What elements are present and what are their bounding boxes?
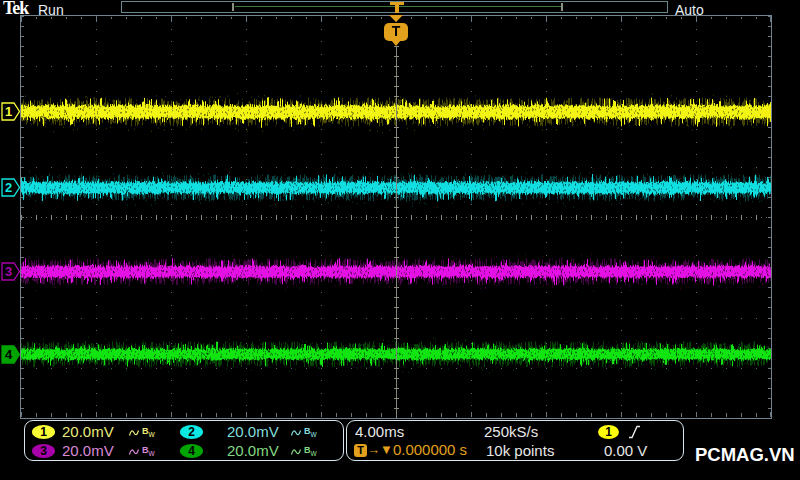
channel-2-badge: 2	[180, 425, 203, 439]
trigger-level-readout: 0.00 V	[604, 443, 647, 459]
channel-3-marker: 3	[1, 262, 21, 281]
channel-1-badge: 1	[32, 425, 55, 439]
trigger-triangle-glyph: ▼	[380, 442, 393, 458]
channel-3-bandwidth-icon: Bw	[128, 443, 155, 459]
channel-3-scale: 20.0mV	[62, 443, 114, 459]
channel-2-bandwidth-icon: Bw	[290, 424, 317, 440]
trigger-position-line	[396, 46, 397, 418]
trigger-level-arrow-icon	[757, 105, 771, 119]
channel-4-scale: 20.0mV	[227, 443, 279, 459]
record-length: 10k points	[486, 443, 554, 459]
channel-4-bandwidth-icon: Bw	[290, 443, 317, 459]
watermark: PCMAG.VN	[695, 444, 795, 466]
trigger-arrow-down-icon	[389, 15, 403, 22]
channel-4-marker: 4	[1, 345, 21, 364]
trigger-slope-rising-icon	[628, 425, 641, 439]
trigger-source-badge: 1	[598, 425, 619, 439]
horizontal-readout-box: 4.00ms 250kS/s 1 T→▼0.000000 s 10k point…	[346, 420, 684, 461]
svg-text:1: 1	[5, 104, 12, 119]
timebase-scale: 4.00ms	[355, 424, 404, 440]
record-trigger-t-icon-stem	[395, 5, 399, 13]
channel-readout-box: 1 20.0mV Bw 2 20.0mV Bw 3 20.0mV Bw 4 20…	[24, 420, 344, 461]
trigger-arrow-right-glyph: →	[367, 442, 380, 458]
channel-1-bandwidth-icon: Bw	[128, 424, 155, 440]
trigger-t-icon-small: T	[354, 444, 367, 457]
channel-2-marker: 2	[1, 178, 21, 197]
channel-1-marker: 1	[1, 102, 21, 121]
svg-text:3: 3	[5, 264, 12, 279]
channel-1-scale: 20.0mV	[62, 424, 114, 440]
channel-2-scale: 20.0mV	[227, 424, 279, 440]
record-view-bar	[121, 1, 668, 13]
channel-4-badge: 4	[180, 444, 203, 458]
trigger-t-badge-point	[391, 40, 401, 46]
trigger-position-value: 0.000000 s	[393, 442, 467, 458]
trigger-t-badge: T	[384, 23, 408, 41]
trigger-position-readout: T→▼0.000000 s	[354, 442, 467, 458]
tek-logo: Tek	[3, 1, 28, 15]
record-window-bracket-right	[561, 3, 563, 11]
record-window-bracket-left	[232, 3, 234, 11]
svg-text:4: 4	[5, 347, 13, 362]
svg-text:2: 2	[5, 180, 12, 195]
channel-3-badge: 3	[32, 444, 55, 458]
oscilloscope-screen: Tek Run Auto 1234 T 1 20.0mV Bw 2 20.0mV…	[0, 0, 800, 480]
sample-rate: 250kS/s	[484, 424, 538, 440]
